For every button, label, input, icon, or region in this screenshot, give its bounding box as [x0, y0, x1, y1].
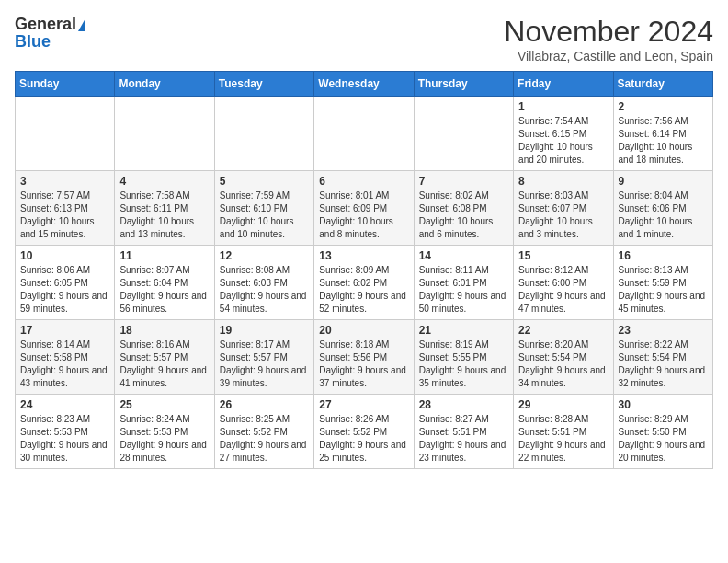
day-number: 6 — [319, 175, 408, 188]
day-info: Sunrise: 8:24 AMSunset: 5:53 PMDaylight:… — [119, 413, 209, 465]
day-number: 16 — [619, 249, 708, 262]
calendar-header-sunday: Sunday — [16, 72, 115, 97]
day-info: Sunrise: 8:27 AMSunset: 5:51 PMDaylight:… — [419, 413, 508, 465]
calendar-cell: 2Sunrise: 7:56 AMSunset: 6:14 PMDaylight… — [613, 97, 712, 171]
day-info: Sunrise: 8:01 AMSunset: 6:09 PMDaylight:… — [319, 190, 408, 241]
calendar-header-row: SundayMondayTuesdayWednesdayThursdayFrid… — [16, 72, 713, 97]
day-info: Sunrise: 7:58 AMSunset: 6:11 PMDaylight:… — [119, 190, 209, 241]
day-info: Sunrise: 8:20 AMSunset: 5:54 PMDaylight:… — [518, 339, 608, 390]
calendar-header-friday: Friday — [514, 72, 613, 97]
calendar-header-monday: Monday — [115, 72, 214, 97]
day-number: 19 — [220, 324, 309, 337]
page-header: General Blue November 2024 Villabraz, Ca… — [15, 15, 713, 63]
day-info: Sunrise: 8:07 AMSunset: 6:04 PMDaylight:… — [119, 264, 209, 316]
calendar-cell — [16, 97, 115, 171]
day-info: Sunrise: 8:17 AMSunset: 5:57 PMDaylight:… — [220, 339, 309, 390]
day-info: Sunrise: 8:08 AMSunset: 6:03 PMDaylight:… — [220, 264, 309, 316]
day-info: Sunrise: 7:57 AMSunset: 6:13 PMDaylight:… — [20, 190, 109, 241]
calendar-cell: 29Sunrise: 8:28 AMSunset: 5:51 PMDayligh… — [514, 395, 613, 469]
day-info: Sunrise: 8:23 AMSunset: 5:53 PMDaylight:… — [20, 413, 109, 465]
day-info: Sunrise: 7:59 AMSunset: 6:10 PMDaylight:… — [220, 190, 309, 241]
calendar-cell — [314, 97, 414, 171]
day-number: 4 — [119, 175, 209, 188]
day-number: 11 — [119, 249, 209, 262]
calendar-cell: 23Sunrise: 8:22 AMSunset: 5:54 PMDayligh… — [613, 320, 712, 395]
day-number: 10 — [20, 249, 109, 262]
calendar-cell: 24Sunrise: 8:23 AMSunset: 5:53 PMDayligh… — [16, 395, 115, 469]
calendar-cell: 7Sunrise: 8:02 AMSunset: 6:08 PMDaylight… — [414, 171, 513, 246]
calendar-cell: 21Sunrise: 8:19 AMSunset: 5:55 PMDayligh… — [414, 320, 513, 395]
day-number: 12 — [220, 249, 309, 262]
calendar-cell: 11Sunrise: 8:07 AMSunset: 6:04 PMDayligh… — [115, 246, 214, 320]
logo-blue-text: Blue — [15, 32, 51, 52]
day-number: 7 — [419, 175, 508, 188]
calendar-week-5: 24Sunrise: 8:23 AMSunset: 5:53 PMDayligh… — [16, 395, 713, 469]
calendar-cell: 13Sunrise: 8:09 AMSunset: 6:02 PMDayligh… — [314, 246, 414, 320]
calendar-cell: 10Sunrise: 8:06 AMSunset: 6:05 PMDayligh… — [16, 246, 115, 320]
day-number: 5 — [220, 175, 309, 188]
day-info: Sunrise: 8:19 AMSunset: 5:55 PMDaylight:… — [419, 339, 508, 390]
calendar-week-2: 3Sunrise: 7:57 AMSunset: 6:13 PMDaylight… — [16, 171, 713, 246]
day-number: 14 — [419, 249, 508, 262]
day-number: 15 — [518, 249, 608, 262]
day-number: 13 — [319, 249, 408, 262]
day-info: Sunrise: 8:26 AMSunset: 5:52 PMDaylight:… — [319, 413, 408, 465]
day-info: Sunrise: 7:56 AMSunset: 6:14 PMDaylight:… — [619, 115, 708, 167]
calendar-header-thursday: Thursday — [414, 72, 513, 97]
calendar-cell — [214, 97, 313, 171]
calendar-cell: 30Sunrise: 8:29 AMSunset: 5:50 PMDayligh… — [613, 395, 712, 469]
calendar-cell: 20Sunrise: 8:18 AMSunset: 5:56 PMDayligh… — [314, 320, 414, 395]
day-info: Sunrise: 8:22 AMSunset: 5:54 PMDaylight:… — [619, 339, 708, 390]
calendar-cell: 25Sunrise: 8:24 AMSunset: 5:53 PMDayligh… — [115, 395, 214, 469]
day-number: 27 — [319, 398, 408, 411]
day-info: Sunrise: 8:14 AMSunset: 5:58 PMDaylight:… — [20, 339, 109, 390]
day-number: 3 — [20, 175, 109, 188]
calendar-cell: 18Sunrise: 8:16 AMSunset: 5:57 PMDayligh… — [115, 320, 214, 395]
day-number: 21 — [419, 324, 508, 337]
calendar-cell: 16Sunrise: 8:13 AMSunset: 5:59 PMDayligh… — [613, 246, 712, 320]
day-number: 25 — [119, 398, 209, 411]
calendar-cell: 1Sunrise: 7:54 AMSunset: 6:15 PMDaylight… — [514, 97, 613, 171]
title-area: November 2024 Villabraz, Castille and Le… — [504, 15, 713, 63]
calendar-cell: 8Sunrise: 8:03 AMSunset: 6:07 PMDaylight… — [514, 171, 613, 246]
calendar-cell: 27Sunrise: 8:26 AMSunset: 5:52 PMDayligh… — [314, 395, 414, 469]
day-info: Sunrise: 8:03 AMSunset: 6:07 PMDaylight:… — [518, 190, 608, 241]
calendar-cell: 14Sunrise: 8:11 AMSunset: 6:01 PMDayligh… — [414, 246, 513, 320]
day-info: Sunrise: 8:28 AMSunset: 5:51 PMDaylight:… — [518, 413, 608, 465]
logo-triangle-icon — [78, 18, 85, 31]
calendar-table: SundayMondayTuesdayWednesdayThursdayFrid… — [15, 71, 713, 469]
day-number: 28 — [419, 398, 508, 411]
day-number: 29 — [518, 398, 608, 411]
day-info: Sunrise: 8:25 AMSunset: 5:52 PMDaylight:… — [220, 413, 309, 465]
month-title: November 2024 — [504, 15, 713, 49]
day-info: Sunrise: 8:12 AMSunset: 6:00 PMDaylight:… — [518, 264, 608, 316]
day-info: Sunrise: 8:04 AMSunset: 6:06 PMDaylight:… — [619, 190, 708, 241]
day-info: Sunrise: 8:29 AMSunset: 5:50 PMDaylight:… — [619, 413, 708, 465]
day-number: 18 — [119, 324, 209, 337]
day-info: Sunrise: 8:06 AMSunset: 6:05 PMDaylight:… — [20, 264, 109, 316]
day-number: 22 — [518, 324, 608, 337]
day-number: 26 — [220, 398, 309, 411]
calendar-week-3: 10Sunrise: 8:06 AMSunset: 6:05 PMDayligh… — [16, 246, 713, 320]
calendar-cell: 26Sunrise: 8:25 AMSunset: 5:52 PMDayligh… — [214, 395, 313, 469]
day-number: 24 — [20, 398, 109, 411]
day-info: Sunrise: 7:54 AMSunset: 6:15 PMDaylight:… — [518, 115, 608, 167]
calendar-week-4: 17Sunrise: 8:14 AMSunset: 5:58 PMDayligh… — [16, 320, 713, 395]
calendar-cell: 12Sunrise: 8:08 AMSunset: 6:03 PMDayligh… — [214, 246, 313, 320]
day-number: 30 — [619, 398, 708, 411]
calendar-cell: 19Sunrise: 8:17 AMSunset: 5:57 PMDayligh… — [214, 320, 313, 395]
day-info: Sunrise: 8:16 AMSunset: 5:57 PMDaylight:… — [119, 339, 209, 390]
day-number: 1 — [518, 100, 608, 113]
calendar-cell: 5Sunrise: 7:59 AMSunset: 6:10 PMDaylight… — [214, 171, 313, 246]
calendar-cell: 17Sunrise: 8:14 AMSunset: 5:58 PMDayligh… — [16, 320, 115, 395]
calendar-header-wednesday: Wednesday — [314, 72, 414, 97]
logo: General Blue — [15, 15, 85, 52]
day-number: 17 — [20, 324, 109, 337]
calendar-cell: 22Sunrise: 8:20 AMSunset: 5:54 PMDayligh… — [514, 320, 613, 395]
calendar-cell: 28Sunrise: 8:27 AMSunset: 5:51 PMDayligh… — [414, 395, 513, 469]
calendar-header-saturday: Saturday — [613, 72, 712, 97]
day-info: Sunrise: 8:11 AMSunset: 6:01 PMDaylight:… — [419, 264, 508, 316]
calendar-cell: 15Sunrise: 8:12 AMSunset: 6:00 PMDayligh… — [514, 246, 613, 320]
day-info: Sunrise: 8:18 AMSunset: 5:56 PMDaylight:… — [319, 339, 408, 390]
calendar-cell: 4Sunrise: 7:58 AMSunset: 6:11 PMDaylight… — [115, 171, 214, 246]
